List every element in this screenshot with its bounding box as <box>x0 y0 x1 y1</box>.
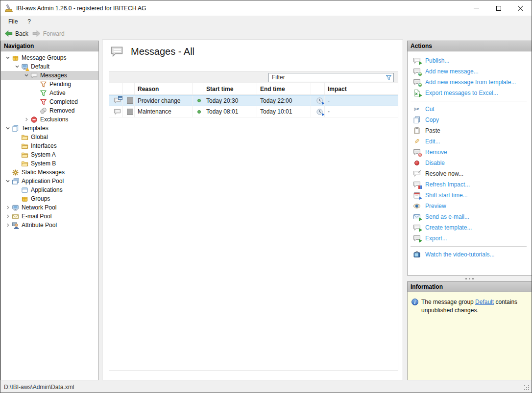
action-edit[interactable]: ✎ Edit... <box>408 136 532 147</box>
green-plus-badge-icon: + <box>418 83 422 87</box>
nav-item-exclusions[interactable]: Exclusions <box>1 115 98 124</box>
status-color-swatch <box>127 109 133 115</box>
close-button[interactable] <box>509 0 532 16</box>
action-send-as-email[interactable]: Send as e-mail... <box>408 211 532 222</box>
action-export-messages-to-excel[interactable]: Export messages to Excel... <box>408 88 532 98</box>
action-paste[interactable]: Paste <box>408 125 532 136</box>
nav-item-system-b[interactable]: System B <box>1 159 98 168</box>
table-row[interactable]: Provider change Today 20:30 Today 22:00 … <box>109 95 398 106</box>
chevron-down-icon[interactable] <box>4 178 12 185</box>
green-plus-badge-icon: + <box>418 72 422 76</box>
information-message: The message group Default contains unpub… <box>421 298 527 315</box>
panel-splitter[interactable] <box>407 276 532 281</box>
col-state-dot[interactable] <box>193 83 203 94</box>
back-label: Back <box>15 30 28 37</box>
maximize-button[interactable] <box>487 0 509 16</box>
chevron-down-icon[interactable] <box>23 72 30 79</box>
nav-item-applications[interactable]: Applications <box>1 185 98 194</box>
chevron-down-icon[interactable] <box>4 54 12 61</box>
filter-input[interactable] <box>268 73 394 82</box>
menu-file[interactable]: File <box>3 16 23 27</box>
action-publish[interactable]: Publish... <box>408 55 532 66</box>
action-preview[interactable]: Preview <box>408 201 532 211</box>
col-row-icon[interactable] <box>109 83 123 94</box>
tv-icon <box>413 251 421 258</box>
nav-item-groups[interactable]: Groups <box>1 194 98 203</box>
action-shift-start-time[interactable]: Shift start time... <box>408 190 532 201</box>
resize-grip-icon[interactable] <box>524 385 530 391</box>
back-button[interactable]: Back <box>4 30 28 37</box>
action-resolve-now[interactable]: ✓ Resolve now... <box>408 168 532 179</box>
green-arrow-badge-icon <box>419 61 422 65</box>
col-end-time[interactable]: End time <box>257 83 311 94</box>
chevron-right-icon[interactable] <box>4 213 12 220</box>
actions-separator <box>411 101 527 101</box>
col-impact[interactable]: Impact <box>325 83 398 94</box>
navigation-tree: Message Groups Default Messages Pending <box>0 51 99 380</box>
action-export[interactable]: Export... <box>408 233 532 244</box>
filter-funnel-icon[interactable] <box>386 74 392 81</box>
title-bar: IBI-aws Admin 1.26.0 - registered for IB… <box>0 0 532 16</box>
action-copy[interactable]: Copy <box>408 115 532 125</box>
action-refresh-impact[interactable]: Refresh Impact... <box>408 179 532 190</box>
maximize-icon <box>496 6 501 11</box>
chevron-right-icon[interactable] <box>23 116 30 123</box>
nav-item-email-pool[interactable]: E-mail Pool <box>1 212 98 221</box>
nav-item-system-a[interactable]: System A <box>1 150 98 159</box>
table-row[interactable]: Maintenance Today 08:01 Today 10:01 - <box>109 106 398 117</box>
action-add-new-message[interactable]: + Add new message... <box>408 66 532 77</box>
col-impact-icon[interactable] <box>311 83 325 94</box>
start-time-cell: Today 20:30 <box>203 95 257 106</box>
active-state-icon <box>197 99 201 102</box>
blue-arrow-badge-icon <box>419 197 422 200</box>
action-create-template[interactable]: Create template... <box>408 222 532 233</box>
chevron-spacer <box>13 142 21 149</box>
nav-item-global[interactable]: Global <box>1 133 98 141</box>
nav-item-message-groups[interactable]: Message Groups <box>1 53 98 62</box>
nav-item-attribute-pool[interactable]: Attribute Pool <box>1 221 98 230</box>
nav-item-active[interactable]: Active <box>1 89 98 97</box>
navigation-header: Navigation <box>0 41 99 51</box>
chevron-spacer <box>13 151 21 158</box>
message-groups-icon <box>12 54 19 62</box>
nav-item-application-pool[interactable]: Application Pool <box>1 177 98 185</box>
col-start-time[interactable]: Start time <box>203 83 257 94</box>
scissors-icon: ✂ <box>414 106 420 113</box>
green-arrow-badge-icon <box>419 239 422 243</box>
eye-icon <box>413 202 421 210</box>
menu-help[interactable]: ? <box>23 16 36 27</box>
nav-item-interfaces[interactable]: Interfaces <box>1 141 98 150</box>
impact-icon-cell <box>311 95 325 106</box>
content-panel: Messages - All Reason Start time End tim… <box>102 40 403 380</box>
forward-button[interactable]: Forward <box>32 30 65 37</box>
action-disable[interactable]: Disable <box>408 158 532 168</box>
info-text-before: The message group <box>421 299 475 305</box>
action-watch-video-tutorials[interactable]: Watch the video-tutorials... <box>408 249 532 260</box>
nav-item-completed[interactable]: Completed <box>1 97 98 106</box>
chevron-down-icon[interactable] <box>13 63 21 70</box>
nav-item-network-pool[interactable]: Network Pool <box>1 203 98 212</box>
nav-item-default[interactable]: Default <box>1 62 98 71</box>
chevron-down-icon[interactable] <box>4 125 12 132</box>
action-add-new-message-from-template[interactable]: + Add new message from template... <box>408 77 532 88</box>
nav-item-removed[interactable]: Removed <box>1 106 98 115</box>
message-displayed-icon <box>114 97 121 104</box>
nav-item-messages[interactable]: Messages <box>1 71 98 80</box>
green-arrow-badge-icon <box>419 217 422 221</box>
chevron-right-icon[interactable] <box>4 222 12 229</box>
reason-cell: Provider change <box>135 95 193 106</box>
minimize-icon <box>474 8 479 8</box>
minimize-button[interactable] <box>465 0 487 16</box>
col-status-color[interactable] <box>123 83 135 94</box>
col-reason[interactable]: Reason <box>135 83 193 94</box>
nav-item-templates[interactable]: Templates <box>1 124 98 133</box>
action-cut[interactable]: ✂ Cut <box>408 104 532 115</box>
information-body: i The message group Default contains unp… <box>407 292 532 380</box>
filter-row <box>109 72 398 83</box>
nav-item-static-messages[interactable]: Static Messages <box>1 168 98 177</box>
action-remove[interactable]: × Remove <box>408 147 532 158</box>
funnel-completed-icon <box>40 98 47 106</box>
default-group-link[interactable]: Default <box>475 299 494 305</box>
nav-item-pending[interactable]: Pending <box>1 80 98 89</box>
chevron-right-icon[interactable] <box>4 204 12 211</box>
